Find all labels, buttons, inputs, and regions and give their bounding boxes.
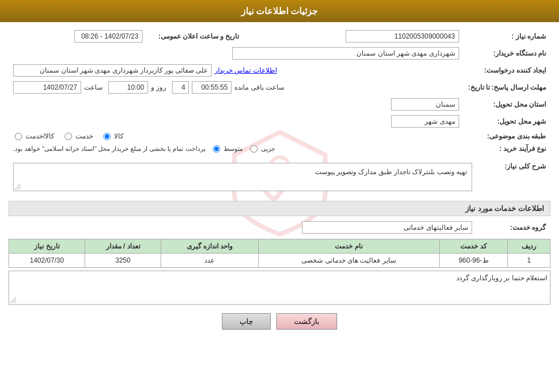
process-radio-small[interactable] — [250, 145, 258, 153]
col-header-code: کد خدمت — [439, 239, 508, 254]
services-table: ردیف کد خدمت نام خدمت واحد اندازه گیری ت… — [9, 239, 550, 268]
service-group-table: گروه خدمت: سایر فعالیتهای خدماتی — [9, 219, 550, 236]
basic-info-table: شماره نیاز : 1102005309000043 تاریخ و سا… — [9, 28, 550, 155]
contact-link[interactable]: اطلاعات تماس خریدار — [215, 66, 277, 74]
remaining-days-value: 4 — [172, 81, 189, 94]
need-description-label: شرح کلی نیاز: — [477, 158, 550, 196]
col-header-quantity: تعداد / مقدار — [85, 239, 161, 254]
col-header-unit: واحد اندازه گیری — [161, 239, 259, 254]
province-value: سمنان — [391, 98, 459, 111]
remaining-days-label: روز و — [151, 83, 166, 91]
buyer-notes-box: استعلام حتما بر روبارگذاری گردد — [9, 271, 550, 305]
need-description-value: تهیه ونصب بلنترلاک تاجدار طبق مدارک وتصو… — [315, 168, 467, 176]
creator-value: علی صفائی پور کاربرداز شهرداری مهدی شهر … — [13, 64, 212, 77]
process-option-medium-label: متوسط — [224, 145, 243, 153]
category-option-khedmat-label: خدمت — [75, 132, 93, 140]
col-header-date: تاریخ نیاز — [9, 239, 85, 254]
category-option-khedmat[interactable]: خدمت — [63, 132, 93, 140]
need-description-box: تهیه ونصب بلنترلاک تاجدار طبق مدارک وتصو… — [13, 163, 472, 191]
creator-label: ایجاد کننده درخواست: — [464, 62, 550, 79]
need-number-value: 1102005309000043 — [346, 30, 459, 43]
process-option-small-label: جزیی — [261, 145, 275, 153]
buyer-org-label: نام دستگاه خریدار: — [464, 45, 550, 62]
row-number: 1 — [508, 254, 550, 268]
process-type-row: پرداخت تمام یا بخشی از مبلغ خریدار محل "… — [13, 145, 459, 153]
back-button[interactable]: بازگشت — [276, 313, 337, 330]
services-section-title: اطلاعات خدمات مورد نیاز — [9, 201, 550, 216]
process-radio-medium[interactable] — [213, 145, 220, 153]
process-label: نوع فرآیند خرید : — [464, 142, 550, 155]
buyer-org-value: شهرداری مهدی شهر استان سمنان — [232, 47, 459, 60]
col-header-name: نام خدمت — [258, 239, 439, 254]
row-name: سایر فعالیت های خدماتی شخصی — [258, 254, 439, 268]
process-note: پرداخت تمام یا بخشی از مبلغ خریدار محل "… — [13, 145, 205, 153]
category-option-kala[interactable]: کالا — [102, 132, 124, 140]
resize-handle — [15, 184, 20, 189]
row-date: 1402/07/30 — [9, 254, 85, 268]
buyer-notes-value: استعلام حتما بر روبارگذاری گردد — [456, 274, 547, 282]
response-time-value: 10:00 — [108, 81, 148, 94]
service-group-value: سایر فعالیتهای خدماتی — [302, 221, 472, 234]
category-radio-khedmat[interactable] — [65, 133, 72, 140]
process-option-small[interactable]: جزیی — [249, 145, 275, 153]
description-table: شرح کلی نیاز: تهیه ونصب بلنترلاک تاجدار … — [9, 158, 550, 196]
need-number-label: شماره نیاز : — [464, 28, 550, 45]
category-label: طبقه بندی موضوعی: — [464, 130, 550, 142]
col-header-row: ردیف — [508, 239, 550, 254]
row-quantity: 3250 — [85, 254, 161, 268]
response-time-label: ساعت — [84, 83, 103, 91]
category-option-kala-khedmat[interactable]: کالا/خدمت — [13, 132, 54, 140]
province-label: استان محل تحویل: — [464, 96, 550, 113]
response-deadline-label: مهلت ارسال پاسخ: تا تاریخ: — [464, 79, 550, 96]
page-header: جزئیات اطلاعات نیاز — [0, 0, 559, 22]
category-option-kala-khedmat-label: کالا/خدمت — [26, 132, 54, 140]
header-title: جزئیات اطلاعات نیاز — [241, 6, 318, 16]
button-row: بازگشت چاپ — [9, 313, 550, 330]
buyer-notes-section: استعلام حتما بر روبارگذاری گردد — [9, 271, 550, 305]
city-value: مهدی شهر — [391, 115, 459, 128]
remaining-time-label: ساعت باقی مانده — [234, 83, 284, 91]
print-button[interactable]: چاپ — [222, 313, 271, 330]
announcement-datetime-label: تاریخ و ساعت اعلان عمومی: — [147, 28, 243, 45]
city-label: شهر محل تحویل: — [464, 113, 550, 130]
service-group-label: گروه خدمت: — [477, 219, 550, 236]
category-option-kala-label: کالا — [114, 132, 124, 140]
announcement-datetime-value: 1402/07/23 - 08:26 — [74, 30, 142, 43]
table-row: 1 ط-96-960 سایر فعالیت های خدماتی شخصی ع… — [9, 254, 550, 268]
remaining-time-value: 00:55:55 — [192, 81, 232, 94]
category-radio-kala[interactable] — [103, 133, 111, 140]
response-date-value: 1402/07/27 — [13, 81, 81, 94]
buyer-notes-resize — [10, 297, 16, 303]
row-code: ط-96-960 — [439, 254, 508, 268]
category-radio-group: کالا/خدمت خدمت کالا — [13, 132, 459, 140]
process-option-medium[interactable]: متوسط — [211, 145, 243, 153]
category-radio-kala-khedmat[interactable] — [15, 133, 22, 140]
row-unit: عدد — [161, 254, 259, 268]
